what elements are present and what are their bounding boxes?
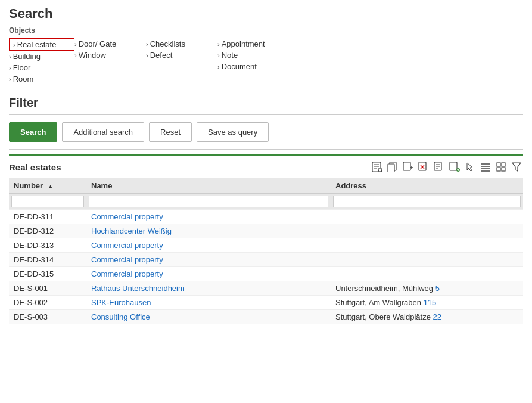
table-row[interactable]: DE-S-001Rathaus UnterschneidheimUntersch… bbox=[9, 281, 523, 296]
export-icon[interactable] bbox=[433, 160, 446, 173]
table-row[interactable]: DE-DD-312Hochlandcenter Weißig bbox=[9, 224, 523, 238]
delete-icon[interactable] bbox=[417, 160, 430, 173]
objects-grid: › Real estate › Building › Floor › Room bbox=[9, 38, 523, 85]
nav-item-label: Window bbox=[79, 51, 106, 60]
svg-line-5 bbox=[381, 171, 382, 172]
additional-search-button[interactable]: Additional search bbox=[62, 122, 144, 142]
name-link[interactable]: Hochlandcenter Weißig bbox=[91, 227, 172, 235]
cell-name[interactable]: Commercial property bbox=[86, 210, 331, 224]
nav-col-4: › Appointment › Note › Document bbox=[217, 38, 313, 85]
nav-item-note[interactable]: › Note bbox=[217, 49, 313, 61]
address-link[interactable]: 5 bbox=[435, 284, 440, 293]
chevron-icon: › bbox=[13, 41, 15, 48]
chevron-icon: › bbox=[74, 52, 77, 59]
chevron-icon: › bbox=[9, 64, 11, 72]
address-link[interactable]: 115 bbox=[424, 298, 437, 307]
copy-icon[interactable] bbox=[386, 160, 399, 173]
cell-name[interactable]: Consulting Office bbox=[86, 310, 331, 324]
cell-number: DE-DD-315 bbox=[9, 267, 86, 281]
name-link[interactable]: Consulting Office bbox=[91, 312, 150, 321]
chevron-icon: › bbox=[74, 41, 77, 48]
nav-item-label: Door/ Gate bbox=[79, 39, 117, 48]
cell-name[interactable]: Commercial property bbox=[86, 267, 331, 281]
table-row[interactable]: DE-S-002SPK-EurohausenStuttgart, Am Wall… bbox=[9, 296, 523, 310]
nav-item-label: Real estate bbox=[17, 40, 57, 49]
save-as-query-button[interactable]: Save as query bbox=[197, 122, 269, 142]
col-header-name[interactable]: Name bbox=[86, 178, 331, 194]
add-icon[interactable] bbox=[402, 160, 415, 173]
name-link[interactable]: Commercial property bbox=[91, 269, 163, 278]
table-row[interactable]: DE-DD-311Commercial property bbox=[9, 210, 523, 224]
chevron-icon: › bbox=[146, 52, 148, 59]
objects-section: Objects › Real estate › Building › Floor… bbox=[9, 26, 523, 85]
col-header-address[interactable]: Address bbox=[331, 178, 523, 194]
divider-1 bbox=[9, 91, 523, 91]
nav-item-room[interactable]: › Room bbox=[9, 73, 74, 85]
reset-button[interactable]: Reset bbox=[149, 122, 192, 142]
list-view-icon[interactable] bbox=[479, 160, 492, 173]
svg-rect-8 bbox=[403, 162, 410, 170]
chevron-icon: › bbox=[9, 76, 11, 83]
cell-name[interactable]: Hochlandcenter Weißig bbox=[86, 224, 331, 238]
chevron-icon: › bbox=[9, 53, 11, 60]
cell-number: DE-S-002 bbox=[9, 296, 86, 310]
nav-item-appointment[interactable]: › Appointment bbox=[217, 38, 313, 49]
page-title: Search bbox=[9, 6, 523, 21]
filter-name-input[interactable] bbox=[89, 196, 328, 207]
toolbar bbox=[371, 160, 523, 173]
svg-rect-11 bbox=[419, 162, 426, 170]
nav-item-real-estate[interactable]: › Real estate bbox=[9, 38, 74, 51]
nav-item-checklists[interactable]: › Checklists bbox=[146, 38, 217, 49]
cell-address bbox=[331, 238, 523, 253]
cell-number: DE-S-003 bbox=[9, 310, 86, 324]
chevron-icon: › bbox=[217, 41, 220, 48]
col-header-number[interactable]: Number ▲ bbox=[9, 178, 86, 194]
nav-item-label: Appointment bbox=[222, 39, 265, 48]
cell-name[interactable]: SPK-Eurohausen bbox=[86, 296, 331, 310]
view-detail-icon[interactable] bbox=[371, 160, 384, 173]
search-button[interactable]: Search bbox=[9, 122, 57, 142]
filter-title: Filter bbox=[9, 96, 523, 110]
nav-item-building[interactable]: › Building bbox=[9, 51, 74, 62]
cursor-select-icon[interactable] bbox=[463, 160, 477, 173]
cell-address bbox=[331, 224, 523, 238]
name-link[interactable]: Commercial property bbox=[91, 255, 163, 264]
filter-address-input[interactable] bbox=[333, 196, 521, 207]
svg-rect-7 bbox=[388, 164, 394, 172]
svg-rect-26 bbox=[497, 163, 500, 166]
cell-name[interactable]: Rathaus Unterschneidheim bbox=[86, 281, 331, 296]
cell-address: Stuttgart, Am Wallgraben 115 bbox=[331, 296, 523, 310]
nav-item-floor[interactable]: › Floor bbox=[9, 62, 74, 73]
cell-number: DE-S-001 bbox=[9, 281, 86, 296]
table-row[interactable]: DE-S-003Consulting OfficeStuttgart, Ober… bbox=[9, 310, 523, 324]
address-link[interactable]: 22 bbox=[433, 312, 441, 321]
nav-item-document[interactable]: › Document bbox=[217, 61, 313, 72]
results-title: Real estates bbox=[9, 162, 61, 172]
nav-item-window[interactable]: › Window bbox=[74, 49, 146, 61]
svg-point-4 bbox=[378, 168, 382, 172]
name-link[interactable]: Rathaus Unterschneidheim bbox=[91, 284, 185, 293]
filter-number-input[interactable] bbox=[11, 196, 84, 207]
nav-item-label: Note bbox=[222, 51, 238, 60]
cell-name[interactable]: Commercial property bbox=[86, 253, 331, 267]
table-row[interactable]: DE-DD-314Commercial property bbox=[9, 253, 523, 267]
cell-name[interactable]: Commercial property bbox=[86, 238, 331, 253]
button-row: Search Additional search Reset Save as q… bbox=[9, 122, 523, 142]
name-link[interactable]: Commercial property bbox=[91, 212, 163, 221]
table-row[interactable]: DE-DD-313Commercial property bbox=[9, 238, 523, 253]
nav-item-defect[interactable]: › Defect bbox=[146, 49, 217, 61]
chevron-icon: › bbox=[146, 41, 148, 48]
svg-rect-27 bbox=[502, 163, 505, 166]
table-row[interactable]: DE-DD-315Commercial property bbox=[9, 267, 523, 281]
import-icon[interactable] bbox=[448, 160, 461, 173]
results-header: Real estates bbox=[9, 160, 523, 173]
name-link[interactable]: Commercial property bbox=[91, 241, 163, 250]
nav-item-label: Room bbox=[13, 75, 34, 83]
svg-rect-29 bbox=[502, 168, 505, 171]
nav-item-label: Building bbox=[13, 52, 41, 61]
filter-icon[interactable] bbox=[510, 160, 523, 173]
name-link[interactable]: SPK-Eurohausen bbox=[91, 298, 151, 307]
svg-rect-18 bbox=[450, 162, 457, 170]
grid-view-icon[interactable] bbox=[494, 160, 508, 173]
nav-item-door-gate[interactable]: › Door/ Gate bbox=[74, 38, 146, 49]
